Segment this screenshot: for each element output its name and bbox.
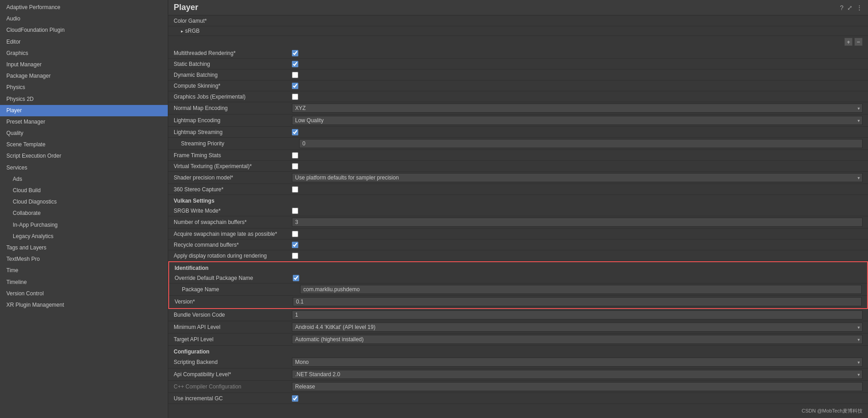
page-title: Player bbox=[174, 3, 198, 12]
sidebar-item-collaborate[interactable]: Collaborate bbox=[0, 208, 168, 219]
row-label: Bundle Version Code bbox=[174, 312, 292, 318]
srgb-label: sRGB bbox=[185, 28, 200, 34]
sidebar-item-preset-manager[interactable]: Preset Manager bbox=[0, 116, 168, 128]
setting-row: Bundle Version Code bbox=[168, 309, 868, 321]
row-label: Compute Skinning* bbox=[174, 83, 292, 89]
checkbox-input[interactable] bbox=[292, 208, 298, 214]
dropdown-select[interactable]: Android 4.4 'KitKat' (API level 19) bbox=[292, 323, 863, 332]
checkbox-input[interactable] bbox=[292, 50, 298, 56]
checkbox-input[interactable] bbox=[292, 61, 298, 67]
sidebar-item-editor[interactable]: Editor bbox=[0, 36, 168, 48]
setting-row: 360 Stereo Capture* bbox=[168, 184, 868, 195]
sidebar-item-xr-plugin-management[interactable]: XR Plugin Management bbox=[0, 299, 168, 311]
row-value: Low QualityNormal QualityHigh Quality bbox=[292, 116, 863, 125]
checkbox-input[interactable] bbox=[292, 83, 298, 89]
checkbox-input[interactable] bbox=[292, 94, 298, 100]
row-value: .NET Standard 2.0.NET 4.x bbox=[292, 370, 863, 379]
sidebar-item-graphics[interactable]: Graphics bbox=[0, 48, 168, 59]
checkbox-input[interactable] bbox=[293, 275, 299, 281]
row-value bbox=[292, 382, 863, 391]
sidebar-item-time[interactable]: Time bbox=[0, 265, 168, 276]
row-label: Acquire swapchain image late as possible… bbox=[174, 231, 292, 237]
identification-rows: Override Default Package NamePackage Nam… bbox=[169, 273, 867, 308]
row-label: 360 Stereo Capture* bbox=[174, 186, 292, 193]
sidebar-item-services[interactable]: Services bbox=[0, 162, 168, 174]
checkbox-input[interactable] bbox=[292, 129, 298, 135]
setting-row: Static Batching bbox=[168, 59, 868, 70]
more-icon[interactable]: ⋮ bbox=[856, 4, 863, 11]
setting-row: Frame Timing Stats bbox=[168, 150, 868, 161]
setting-row: Use incremental GC bbox=[168, 393, 868, 404]
dropdown-select[interactable]: Low QualityNormal QualityHigh Quality bbox=[292, 116, 863, 125]
checkbox-input[interactable] bbox=[292, 253, 298, 259]
row-label: Target API Level bbox=[174, 336, 292, 343]
row-label: Recycle command buffers* bbox=[174, 242, 292, 248]
setting-row: Api Compatibility Level*.NET Standard 2.… bbox=[168, 368, 868, 381]
text-input[interactable] bbox=[300, 285, 862, 294]
sidebar-item-scene-template[interactable]: Scene Template bbox=[0, 139, 168, 150]
sidebar-item-player[interactable]: Player bbox=[0, 105, 168, 116]
sidebar-item-in-app-purchasing[interactable]: In-App Purchasing bbox=[0, 219, 168, 231]
dropdown-select[interactable]: MonoIL2CPP bbox=[292, 358, 863, 367]
sidebar-item-ads[interactable]: Ads bbox=[0, 174, 168, 185]
sidebar-item-legacy-analytics[interactable]: Legacy Analytics bbox=[0, 231, 168, 242]
text-input[interactable] bbox=[293, 297, 862, 306]
sidebar-item-quality[interactable]: Quality bbox=[0, 128, 168, 139]
setting-row: Scripting BackendMonoIL2CPP bbox=[168, 356, 868, 368]
add-button[interactable]: + bbox=[844, 38, 853, 46]
sidebar-item-input-manager[interactable]: Input Manager bbox=[0, 59, 168, 70]
dropdown-select[interactable]: Use platform defaults for sampler precis… bbox=[292, 173, 863, 182]
sidebar-item-audio[interactable]: Audio bbox=[0, 13, 168, 25]
text-input[interactable] bbox=[292, 310, 863, 319]
checkbox-input[interactable] bbox=[292, 186, 298, 193]
row-label: Dynamic Batching bbox=[174, 72, 292, 78]
select-wrapper: XYZDXT5nm-style bbox=[292, 104, 863, 113]
identification-section: Identification Override Default Package … bbox=[168, 261, 868, 309]
text-input[interactable] bbox=[299, 139, 863, 148]
sidebar-item-version-control[interactable]: Version Control bbox=[0, 288, 168, 299]
remove-button[interactable]: − bbox=[854, 38, 863, 46]
sidebar-item-adaptive-performance[interactable]: Adaptive Performance bbox=[0, 2, 168, 13]
sidebar-item-tags-and-layers[interactable]: Tags and Layers bbox=[0, 242, 168, 254]
sidebar-item-physics-2d[interactable]: Physics 2D bbox=[0, 94, 168, 105]
setting-row: Compute Skinning* bbox=[168, 80, 868, 91]
setting-row: Lightmap Streaming bbox=[168, 127, 868, 138]
row-label: Number of swapchain buffers* bbox=[174, 219, 292, 225]
sidebar-item-script-execution-order[interactable]: Script Execution Order bbox=[0, 150, 168, 162]
text-input[interactable] bbox=[292, 218, 863, 227]
row-value: Automatic (highest installed) bbox=[292, 335, 863, 344]
sidebar-item-cloud-build[interactable]: Cloud Build bbox=[0, 185, 168, 196]
row-value bbox=[292, 208, 863, 214]
dropdown-select[interactable]: XYZDXT5nm-style bbox=[292, 104, 863, 113]
checkbox-input[interactable] bbox=[292, 231, 298, 237]
expand-icon[interactable]: ⤢ bbox=[847, 4, 853, 11]
sidebar-item-cloudfoundation-plugin[interactable]: CloudFoundation Plugin bbox=[0, 25, 168, 36]
row-label: Static Batching bbox=[174, 61, 292, 67]
row-value bbox=[299, 139, 863, 148]
checkbox-input[interactable] bbox=[292, 72, 298, 78]
sidebar-item-textmesh-pro[interactable]: TextMesh Pro bbox=[0, 254, 168, 265]
checkbox-input[interactable] bbox=[292, 395, 298, 402]
select-wrapper: Low QualityNormal QualityHigh Quality bbox=[292, 116, 863, 125]
row-value bbox=[292, 242, 863, 248]
checkbox-input[interactable] bbox=[292, 242, 298, 248]
row-label: Lightmap Streaming bbox=[174, 129, 292, 135]
row-label: C++ Compiler Configuration bbox=[174, 383, 292, 390]
sidebar-item-cloud-diagnostics[interactable]: Cloud Diagnostics bbox=[0, 196, 168, 208]
sidebar-item-package-manager[interactable]: Package Manager bbox=[0, 70, 168, 82]
dropdown-select[interactable]: .NET Standard 2.0.NET 4.x bbox=[292, 370, 863, 379]
row-value: Use platform defaults for sampler precis… bbox=[292, 173, 863, 182]
plus-minus-controls: + − bbox=[168, 36, 868, 48]
row-label: Version* bbox=[175, 299, 293, 305]
text-input[interactable] bbox=[292, 382, 863, 391]
select-wrapper: MonoIL2CPP bbox=[292, 358, 863, 367]
setting-row: Minimum API LevelAndroid 4.4 'KitKat' (A… bbox=[168, 321, 868, 333]
help-icon[interactable]: ? bbox=[840, 4, 843, 11]
checkbox-input[interactable] bbox=[292, 163, 298, 169]
checkbox-input[interactable] bbox=[292, 152, 298, 159]
dropdown-select[interactable]: Automatic (highest installed) bbox=[292, 335, 863, 344]
setting-row: Shader precision model*Use platform defa… bbox=[168, 172, 868, 184]
setting-row: Target API LevelAutomatic (highest insta… bbox=[168, 333, 868, 346]
sidebar-item-physics[interactable]: Physics bbox=[0, 82, 168, 93]
sidebar-item-timeline[interactable]: Timeline bbox=[0, 277, 168, 288]
